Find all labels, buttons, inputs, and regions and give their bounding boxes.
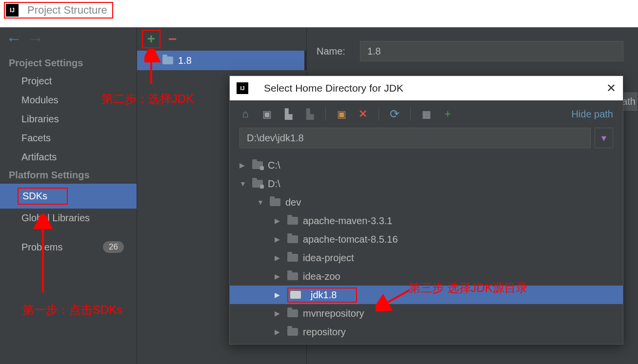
delete-icon[interactable]: ✕ [357, 108, 369, 120]
folder-icon [287, 328, 298, 336]
dialog-close-icon[interactable]: ✕ [606, 81, 616, 95]
expand-arrow-icon[interactable]: ▶ [239, 161, 248, 169]
expand-arrow-icon[interactable]: ▶ [275, 235, 283, 243]
intellij-app-icon: IJ [6, 4, 19, 17]
tree-drive-c[interactable]: ▶ C:\ [230, 156, 623, 174]
history-dropdown-icon[interactable]: ▾ [595, 128, 613, 148]
tree-folder-jdk-selected[interactable]: ▶ jdk1.8 [230, 286, 623, 304]
toolbar-separator [410, 107, 411, 121]
sdks-highlight-box: SDKs [18, 188, 68, 205]
project-folder-icon[interactable]: ▙ [282, 108, 294, 120]
expand-arrow-icon[interactable]: ▶ [275, 254, 283, 262]
sidebar-item-problems[interactable]: Problems 26 [0, 237, 137, 257]
home-icon[interactable]: ⌂ [239, 108, 251, 120]
path-input[interactable] [239, 128, 591, 148]
directory-tree: ▶ C:\ ▼ D:\ ▼ dev ▶ apache-maven-3.3.1 ▶… [230, 153, 623, 344]
window-titlebar: IJ Project Structure [0, 0, 638, 20]
collapse-arrow-icon[interactable]: ▼ [239, 180, 248, 188]
disk-icon [252, 161, 263, 169]
expand-arrow-icon[interactable]: ▶ [275, 328, 283, 336]
dialog-titlebar[interactable]: IJ Select Home Directory for JDK ✕ [230, 76, 623, 100]
folder-icon [287, 309, 298, 317]
dialog-title: Select Home Directory for JDK [264, 82, 403, 94]
nav-back-icon[interactable]: ⭠ [9, 34, 20, 47]
tree-folder[interactable]: ▶ apache-tomcat-8.5.16 [230, 230, 623, 249]
jdk-highlight-box: jdk1.8 [287, 287, 357, 303]
add-sdk-highlight-box: + [142, 30, 160, 48]
hide-path-link[interactable]: Hide path [571, 109, 613, 120]
tree-folder-dev[interactable]: ▼ dev [230, 193, 623, 211]
folder-icon [270, 198, 280, 206]
toolbar-separator [379, 107, 379, 121]
tree-folder[interactable]: ▶ idea-project [230, 249, 623, 267]
window-title: Project Structure [27, 4, 107, 17]
tree-folder[interactable]: ▶ mvnrepository [230, 304, 623, 323]
tree-drive-d[interactable]: ▼ D:\ [230, 174, 623, 193]
dialog-app-icon: IJ [237, 82, 248, 94]
folder-icon [290, 291, 301, 299]
folder-icon [287, 254, 298, 262]
dialog-toolbar: ⌂ ▣ ▙ ▙ ▣ ✕ ⟳ ▦ + Hide path [230, 100, 623, 128]
sidebar-item-facets[interactable]: Facets [0, 129, 137, 148]
select-home-directory-dialog: IJ Select Home Directory for JDK ✕ ⌂ ▣ ▙… [229, 76, 623, 345]
tree-folder[interactable]: ▶ apache-maven-3.3.1 [230, 211, 623, 230]
platform-settings-header: Platform Settings [0, 167, 137, 184]
expand-arrow-icon[interactable]: ▶ [275, 309, 283, 317]
collapse-arrow-icon[interactable]: ▼ [257, 198, 266, 206]
add-sdk-icon[interactable]: + [147, 31, 155, 47]
disk-icon [252, 180, 263, 188]
tree-folder[interactable]: ▶ idea-zoo [230, 267, 623, 286]
folder-icon [287, 235, 298, 243]
expand-arrow-icon[interactable]: ▶ [275, 291, 283, 299]
module-folder-icon[interactable]: ▙ [304, 108, 316, 120]
sdk-name-input[interactable] [360, 41, 623, 61]
name-label: Name: [317, 46, 345, 57]
title-highlight-box: IJ Project Structure [4, 2, 113, 19]
folder-icon [287, 272, 298, 280]
sdk-name: 1.8 [178, 55, 192, 66]
add-jdk-icon[interactable]: + [442, 108, 454, 120]
desktop-icon[interactable]: ▣ [261, 108, 273, 120]
folder-icon [287, 217, 298, 225]
sidebar-item-global-libraries[interactable]: Global Libraries [0, 209, 137, 228]
problems-count-badge: 26 [103, 241, 124, 253]
expand-arrow-icon[interactable]: ▶ [275, 272, 283, 280]
sidebar-item-modules[interactable]: Modules [0, 91, 137, 110]
tree-folder[interactable]: ▶ repository [230, 323, 623, 341]
toolbar-separator [325, 107, 326, 121]
sidebar-item-libraries[interactable]: Libraries [0, 110, 137, 129]
expand-arrow-icon[interactable]: ▶ [275, 217, 283, 225]
jdk-folder-icon [162, 57, 173, 64]
project-settings-header: Project Settings [0, 55, 137, 72]
refresh-icon[interactable]: ⟳ [389, 108, 400, 120]
settings-sidebar: ⭠ ⭢ Project Settings Project Modules Lib… [0, 27, 137, 364]
remove-sdk-icon[interactable]: − [168, 31, 177, 47]
show-hidden-icon[interactable]: ▦ [420, 108, 432, 120]
nav-forward-icon[interactable]: ⭢ [30, 34, 41, 47]
new-folder-icon[interactable]: ▣ [336, 108, 347, 120]
sidebar-item-artifacts[interactable]: Artifacts [0, 148, 137, 167]
sidebar-item-project[interactable]: Project [0, 72, 137, 91]
sidebar-item-sdks[interactable]: SDKs [0, 184, 137, 209]
sdk-list-item[interactable]: 1.8 [137, 51, 306, 70]
